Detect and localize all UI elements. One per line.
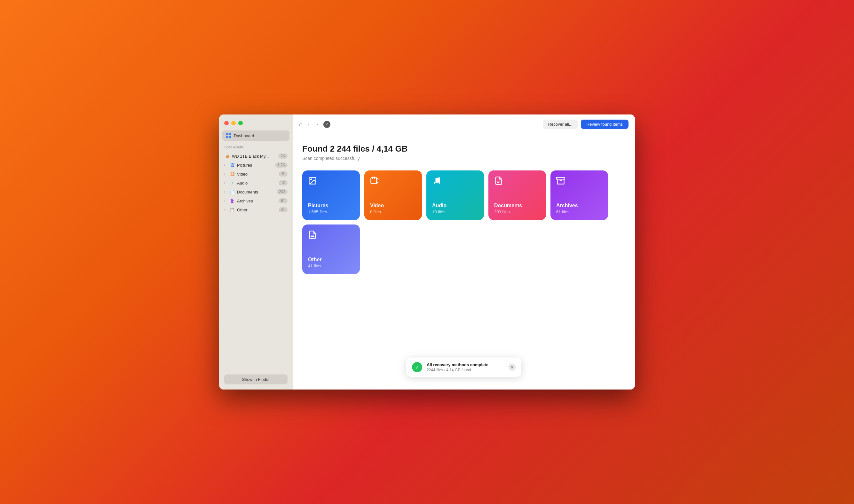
svg-rect-9 xyxy=(556,178,565,179)
archives-label: Archives xyxy=(237,199,277,203)
back-button[interactable]: ‹ xyxy=(306,120,311,129)
pictures-card-name: Pictures xyxy=(308,203,354,209)
show-finder-button[interactable]: Show in Finder xyxy=(224,375,287,384)
close-button[interactable] xyxy=(224,121,229,125)
scan-results-heading: Scan results xyxy=(219,145,293,151)
toolbar: ⌂ ‹ › ✓ Recover all... Review found item… xyxy=(293,114,635,134)
sidebar-item-drive[interactable]: 🖥 WD 1TB Black My... 2K xyxy=(219,151,293,161)
toolbar-right: Recover all... Review found items xyxy=(543,120,628,129)
status-check-icon: ✓ xyxy=(323,121,331,128)
toast-text: All recovery methods complete 2244 files… xyxy=(427,362,504,372)
maximize-button[interactable] xyxy=(238,121,243,125)
documents-card-name: Documents xyxy=(494,203,540,209)
archives-card-icon xyxy=(556,176,565,187)
dashboard-button[interactable]: Dashboard xyxy=(222,130,289,141)
traffic-lights xyxy=(219,121,293,130)
video-label: Video xyxy=(237,172,277,177)
documents-label: Documents xyxy=(237,190,275,195)
drive-badge: 2K xyxy=(278,154,287,159)
sidebar-item-documents[interactable]: › 📄 Documents 203 xyxy=(219,187,293,196)
found-title: Found 2 244 files / 4,14 GB xyxy=(302,144,625,154)
other-badge: 41 xyxy=(279,207,287,212)
svg-point-1 xyxy=(310,179,312,180)
sidebar-item-archives[interactable]: › 🗜 Archives 61 xyxy=(219,196,293,205)
drive-label: WD 1TB Black My... xyxy=(232,154,277,159)
toast-check-icon: ✓ xyxy=(412,362,422,372)
sidebar-item-video[interactable]: › 🎞 Video 8 xyxy=(219,169,293,178)
dashboard-label: Dashboard xyxy=(234,133,254,138)
pictures-card[interactable]: Pictures 1 685 files xyxy=(302,170,360,220)
scan-status: Scan completed successfully xyxy=(302,156,625,161)
video-card-count: 8 files xyxy=(370,210,416,214)
toast-close-button[interactable]: ✕ xyxy=(509,364,516,371)
video-badge: 8 xyxy=(279,172,287,177)
other-icon: 📋 xyxy=(229,207,235,213)
archives-card[interactable]: Archives 61 files xyxy=(550,170,608,220)
archives-badge: 61 xyxy=(279,198,287,203)
pictures-icon: 🖼 xyxy=(229,162,235,168)
documents-icon: 📄 xyxy=(229,189,235,195)
documents-card-count: 203 files xyxy=(494,210,540,214)
toast-notification: ✓ All recovery methods complete 2244 fil… xyxy=(406,358,521,377)
audio-card-count: 10 files xyxy=(432,210,478,214)
documents-card[interactable]: Documents 203 files xyxy=(488,170,546,220)
chevron-icon: › xyxy=(224,199,227,202)
toolbar-left: ⌂ ‹ › ✓ xyxy=(299,120,539,129)
minimize-button[interactable] xyxy=(231,121,236,125)
recover-all-button[interactable]: Recover all... xyxy=(543,120,577,129)
chevron-icon: › xyxy=(224,208,227,211)
sidebar-item-pictures[interactable]: › 🖼 Pictures 1,7K xyxy=(219,161,293,169)
other-card-name: Other xyxy=(308,257,354,263)
sidebar: Dashboard Scan results 🖥 WD 1TB Black My… xyxy=(219,114,293,390)
sidebar-item-other[interactable]: › 📋 Other 41 xyxy=(219,205,293,214)
forward-button[interactable]: › xyxy=(315,120,320,129)
pictures-badge: 1,7K xyxy=(275,162,287,167)
documents-badge: 203 xyxy=(277,189,287,195)
chevron-icon: › xyxy=(224,173,227,176)
video-card[interactable]: Video 8 files xyxy=(364,170,422,220)
content-area: Found 2 244 files / 4,14 GB Scan complet… xyxy=(293,134,635,390)
audio-label: Audio xyxy=(237,181,277,185)
sidebar-item-audio[interactable]: › ♪ Audio 10 xyxy=(219,178,293,187)
archives-card-name: Archives xyxy=(556,203,602,209)
documents-card-icon xyxy=(494,176,503,187)
home-icon[interactable]: ⌂ xyxy=(299,121,303,128)
dashboard-icon xyxy=(226,133,231,138)
video-card-name: Video xyxy=(370,203,416,209)
main-content: ⌂ ‹ › ✓ Recover all... Review found item… xyxy=(293,114,635,390)
pictures-card-icon xyxy=(308,176,317,187)
archives-icon: 🗜 xyxy=(229,198,235,204)
other-card-icon xyxy=(308,230,317,241)
audio-icon: ♪ xyxy=(229,180,235,186)
audio-card-name: Audio xyxy=(432,203,478,209)
hdd-icon: 🖥 xyxy=(224,153,230,159)
chevron-icon: › xyxy=(224,181,227,184)
pictures-card-count: 1 685 files xyxy=(308,210,354,214)
chevron-icon: › xyxy=(224,163,227,167)
review-found-items-button[interactable]: Review found items xyxy=(581,120,628,129)
other-card[interactable]: Other 41 files xyxy=(302,224,360,274)
video-icon: 🎞 xyxy=(229,171,235,177)
toast-subtitle: 2244 files / 4,14 GB found xyxy=(427,368,504,372)
video-card-icon xyxy=(370,176,379,187)
pictures-label: Pictures xyxy=(237,163,273,167)
app-window: Dashboard Scan results 🖥 WD 1TB Black My… xyxy=(219,114,635,390)
sidebar-bottom: Show in Finder xyxy=(219,370,293,390)
audio-card[interactable]: Audio 10 files xyxy=(426,170,484,220)
audio-card-icon xyxy=(432,176,441,187)
archives-card-count: 61 files xyxy=(556,210,602,214)
chevron-icon: › xyxy=(224,190,227,194)
audio-badge: 10 xyxy=(279,180,287,185)
other-card-count: 41 files xyxy=(308,264,354,268)
category-cards-grid: Pictures 1 685 files Video xyxy=(302,170,625,274)
toast-title: All recovery methods complete xyxy=(427,362,504,367)
other-label: Other xyxy=(237,208,277,212)
svg-rect-2 xyxy=(371,178,376,184)
